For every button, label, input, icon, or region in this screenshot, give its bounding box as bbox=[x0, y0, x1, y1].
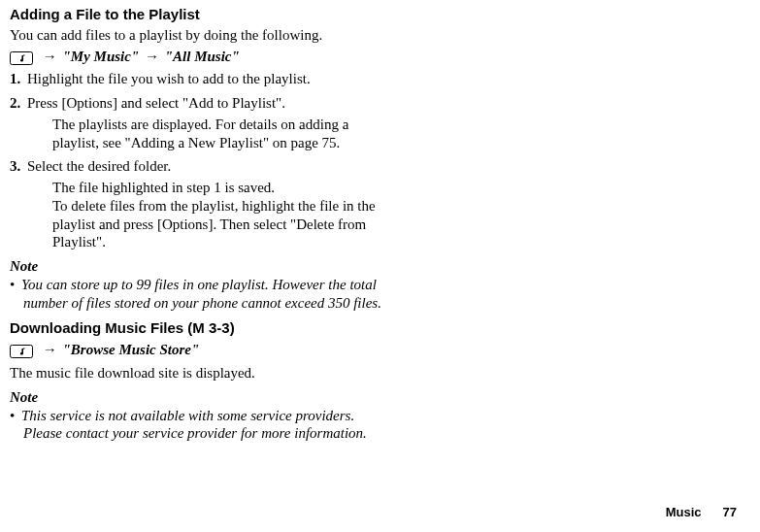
footer-category: Music bbox=[666, 505, 702, 519]
note-label: Note bbox=[10, 388, 388, 407]
note-text: This service is not available with some … bbox=[21, 408, 367, 442]
nav-path-1: → "My Music" → "All Music" bbox=[10, 48, 388, 67]
step-number: 3. bbox=[10, 157, 27, 176]
svg-rect-0 bbox=[11, 51, 33, 64]
step-text: Select the desired folder. bbox=[27, 158, 171, 174]
note-text: You can store up to 99 files in one play… bbox=[21, 277, 381, 311]
arrow-icon: → bbox=[143, 49, 161, 64]
step-text: Press [Options] and select "Add to Playl… bbox=[27, 95, 285, 111]
step-3: 3.Select the desired folder. The file hi… bbox=[10, 157, 388, 251]
intro-text: You can add files to a playlist by doing… bbox=[10, 26, 388, 45]
svg-rect-1 bbox=[11, 346, 33, 358]
path-item-my-music: "My Music" bbox=[63, 49, 140, 64]
note-list: •This service is not available with some… bbox=[10, 407, 388, 444]
music-key-icon bbox=[10, 342, 33, 360]
heading-add-file: Adding a File to the Playlist bbox=[10, 6, 388, 24]
step-1: 1.Highlight the file you wish to add to … bbox=[10, 70, 388, 88]
nav-path-2: → "Browse Music Store" bbox=[10, 341, 388, 360]
heading-download: Downloading Music Files (M 3-3) bbox=[10, 319, 388, 338]
note-item: •You can store up to 99 files in one pla… bbox=[10, 276, 388, 313]
step-number: 2. bbox=[10, 94, 27, 113]
music-key-icon bbox=[10, 49, 33, 67]
footer-page-number: 77 bbox=[723, 505, 737, 519]
bullet-icon: • bbox=[10, 407, 21, 425]
step-number: 1. bbox=[10, 70, 27, 88]
note-list: •You can store up to 99 files in one pla… bbox=[10, 276, 388, 313]
note-label: Note bbox=[10, 257, 388, 276]
body-text: The music file download site is displaye… bbox=[10, 364, 388, 382]
arrow-icon: → bbox=[41, 49, 59, 64]
path-item-all-music: "All Music" bbox=[165, 49, 240, 64]
step-subtext: The playlists are displayed. For details… bbox=[31, 116, 388, 152]
steps-list: 1.Highlight the file you wish to add to … bbox=[10, 70, 388, 251]
note-item: •This service is not available with some… bbox=[10, 407, 388, 444]
step-text: Highlight the file you wish to add to th… bbox=[27, 71, 311, 86]
step-2: 2.Press [Options] and select "Add to Pla… bbox=[10, 94, 388, 151]
page-footer: Music77 bbox=[666, 505, 737, 520]
arrow-icon: → bbox=[41, 342, 59, 357]
bullet-icon: • bbox=[10, 276, 21, 294]
step-subtext: The file highlighted in step 1 is saved.… bbox=[31, 179, 388, 251]
path-item-browse-store: "Browse Music Store" bbox=[63, 342, 200, 357]
